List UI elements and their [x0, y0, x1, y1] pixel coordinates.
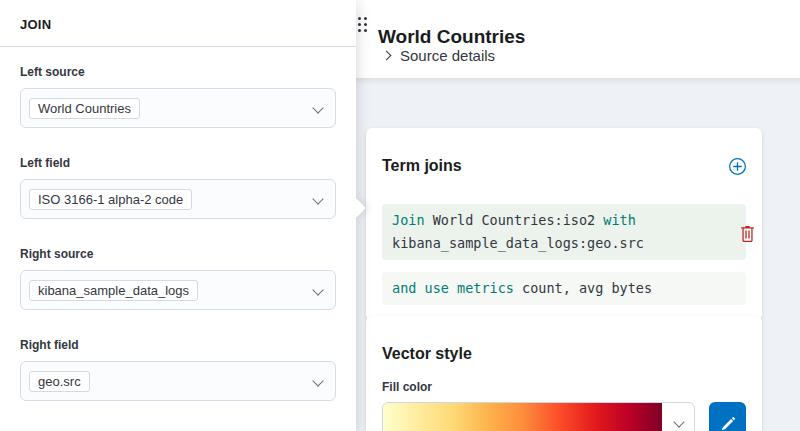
- right-field-select[interactable]: geo.src: [20, 361, 336, 401]
- trash-icon: [739, 225, 756, 242]
- chevron-down-icon: [312, 375, 323, 386]
- with-keyword: with: [603, 212, 636, 228]
- source-details-label: Source details: [400, 47, 495, 64]
- right-field-group: Right field geo.src: [20, 338, 336, 401]
- popover-title: JOIN: [0, 0, 356, 46]
- join-expression[interactable]: Join World Countries:iso2 with kibana_sa…: [382, 204, 746, 260]
- term-joins-card: Term joins Join World Countries:iso2 wit…: [366, 128, 762, 321]
- vector-style-card: Vector style Fill color: [366, 316, 762, 431]
- grab-icon: [358, 17, 361, 20]
- metrics-value: count, avg bytes: [522, 280, 652, 296]
- join-keyword: Join: [392, 212, 425, 228]
- join-popover: JOIN Left source World Countries Left fi…: [0, 0, 356, 431]
- left-field-select[interactable]: ISO 3166-1 alpha-2 code: [20, 179, 336, 219]
- left-source-group: Left source World Countries: [20, 65, 336, 128]
- chevron-down-icon: [312, 102, 323, 113]
- chevron-down-icon: [312, 284, 323, 295]
- metrics-keyword: and use metrics: [392, 280, 514, 296]
- left-field-value: ISO 3166-1 alpha-2 code: [29, 189, 192, 210]
- right-source-label: Right source: [20, 247, 336, 261]
- right-field-value: geo.src: [29, 371, 90, 392]
- left-field-group: Left field ISO 3166-1 alpha-2 code: [20, 156, 336, 219]
- vector-style-title: Vector style: [382, 345, 746, 363]
- chevron-right-icon: [382, 51, 392, 61]
- fill-color-ramp-select[interactable]: [382, 402, 695, 431]
- metrics-expression[interactable]: and use metrics count, avg bytes: [382, 272, 746, 305]
- fill-color-label: Fill color: [382, 380, 746, 394]
- left-source-label: Left source: [20, 65, 336, 79]
- color-ramp-swatch: [383, 403, 662, 431]
- delete-join-button[interactable]: [732, 218, 762, 248]
- chevron-down-icon: [673, 417, 684, 428]
- right-source-select[interactable]: kibana_sample_data_logs: [20, 270, 336, 310]
- layer-title: World Countries: [378, 26, 525, 48]
- plus-in-circle-icon: [729, 158, 746, 175]
- term-joins-title: Term joins: [382, 157, 462, 175]
- left-field-label: Left field: [20, 156, 336, 170]
- edit-fill-color-button[interactable]: [709, 402, 746, 431]
- add-join-button[interactable]: [729, 158, 746, 175]
- left-source-select[interactable]: World Countries: [20, 88, 336, 128]
- pencil-icon: [720, 415, 735, 430]
- chevron-down-icon: [312, 193, 323, 204]
- source-details-toggle[interactable]: Source details: [383, 47, 495, 64]
- right-source-group: Right source kibana_sample_data_logs: [20, 247, 336, 310]
- right-field-label: Right field: [20, 338, 336, 352]
- join-right-value: kibana_sample_data_logs:geo.src: [392, 235, 644, 251]
- join-left-value: World Countries:iso2: [433, 212, 596, 228]
- right-source-value: kibana_sample_data_logs: [29, 280, 198, 301]
- left-source-value: World Countries: [29, 98, 140, 119]
